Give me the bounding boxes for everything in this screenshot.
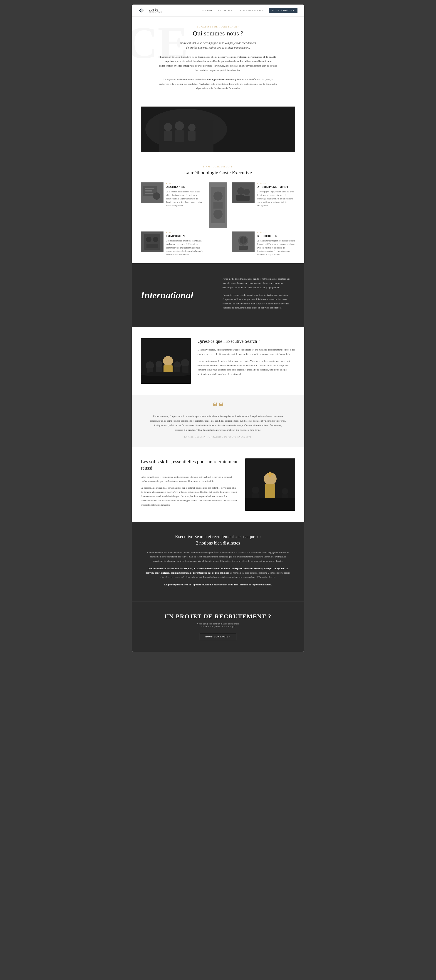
hero-section: CE LE CABINET DE RECRUTEMENT Qui sommes-…: [132, 17, 304, 102]
executive-search-title: Qu'est-ce que l'Executive Search ?: [197, 338, 295, 344]
svg-rect-29: [146, 244, 158, 248]
steps-center: [208, 182, 228, 228]
distinction-section: Executive Search et recrutement « classi…: [132, 522, 304, 601]
hero-label: LE CABINET DE RECRUTEMENT: [150, 25, 286, 28]
svg-rect-14: [145, 192, 153, 194]
cta-button[interactable]: NOUS CONTACTER: [200, 633, 236, 640]
svg-point-3: [164, 123, 172, 131]
logo: coste executive: [138, 7, 162, 14]
soft-skills-title: Les softs skills, essentielles pour un r…: [141, 458, 239, 471]
step4-text: J'accompagne l'équipe et du candidat ave…: [257, 190, 295, 207]
quote-author: KARINE GESLAIN, FONDATRICE DE COSTE EXEC…: [150, 436, 286, 438]
step1-number: ÉTAPE 1: [166, 182, 204, 185]
executive-search-content: Qu'est-ce que l'Executive Search ? L'exe…: [197, 338, 295, 379]
nav-links: ACCUEIL LE CABINET L'EXECUTIVE SEARCH NO…: [202, 8, 298, 13]
logo-text: coste executive: [149, 8, 162, 13]
step1-text: Je la connais de la fiche de poste et de…: [166, 190, 204, 207]
nav-executive[interactable]: L'EXECUTIVE SEARCH: [238, 9, 263, 11]
svg-rect-19: [213, 202, 223, 208]
cta-subtitle: Notre équipe se fera un plaisir de répon…: [141, 622, 295, 628]
executive-search-image: [141, 338, 191, 384]
svg-rect-4: [164, 131, 172, 141]
international-left: International: [141, 290, 213, 301]
methodology-section: L'APPROCHE DIRECTE La méthodologie Coste…: [132, 156, 304, 263]
step4-number: ÉTAPE 4: [257, 182, 295, 185]
team-image-container: Notre équipe Le cabinet Coste Executive …: [141, 107, 295, 152]
cta-title: UN PROJET DE RECRUTEMENT ?: [141, 613, 295, 620]
svg-rect-50: [265, 484, 275, 500]
svg-point-17: [213, 191, 223, 200]
svg-rect-12: [145, 188, 154, 189]
nav-cabinet[interactable]: LE CABINET: [218, 9, 232, 11]
step-assurance: ÉTAPE 1 ASSURANCE Je la connais de la fi…: [141, 182, 204, 228]
svg-point-18: [213, 210, 223, 219]
svg-rect-33: [239, 245, 248, 250]
quote-text: En recrutement, l'importance du « match …: [150, 414, 286, 432]
methodology-label: L'APPROCHE DIRECTE: [141, 165, 295, 168]
step1-title: ASSURANCE: [166, 185, 204, 189]
navbar: coste executive ACCUEIL LE CABINET L'EXE…: [132, 5, 304, 17]
step2-number: ÉTAPE 2: [166, 231, 204, 234]
soft-skills-section: Les softs skills, essentielles pour un r…: [132, 447, 304, 522]
hero-text2: Notre processus de recrutement est basé …: [159, 77, 277, 91]
quote-mark: ❝❝: [150, 404, 286, 410]
svg-rect-57: [245, 498, 295, 511]
svg-point-21: [237, 188, 245, 195]
cta-section: UN PROJET DE RECRUTEMENT ? Notre équipe …: [132, 601, 304, 652]
step3-text: Je candidate techniquement mais je cherc…: [257, 239, 295, 256]
distinction-text2: Contrairement au recrutement « classique…: [145, 566, 291, 579]
executive-search-text1: L'executive search, ou recrutement par a…: [197, 348, 295, 356]
svg-point-27: [146, 237, 151, 242]
international-text1: Notre méthode de travail, notre agilité …: [223, 277, 295, 290]
step3-title: RECHERCHE: [257, 234, 295, 238]
svg-rect-24: [243, 196, 250, 200]
step-recherche: ÉTAPE 3 RECHERCHE Je candidate technique…: [232, 231, 295, 256]
svg-point-28: [153, 237, 158, 242]
soft-skills-text1: Si les compétences et l'expérience sont …: [141, 475, 239, 484]
soft-skills-text2: La personnalité du candidat sera examiné…: [141, 486, 239, 507]
soft-skills-content: Les softs skills, essentielles pour un r…: [141, 458, 239, 509]
hero-text1: La mission de Coste Executive est de fou…: [159, 55, 277, 73]
svg-rect-13: [145, 190, 152, 191]
nav-accueil[interactable]: ACCUEIL: [202, 9, 213, 11]
svg-point-47: [141, 372, 191, 376]
executive-search-section: Qu'est-ce que l'Executive Search ? L'exe…: [132, 327, 304, 395]
step2-text: J'entre les équipes, entretiens individu…: [166, 239, 204, 256]
distinction-text1: Le recrutement Executive Search est souv…: [145, 550, 291, 563]
executive-search-text2: L'écoute est au cœur de notre relation a…: [197, 359, 295, 376]
step-accompagnement: ÉTAPE 4 ACCOMPAGNEMENT J'accompagne l'éq…: [232, 182, 295, 228]
international-text2: Nous intervenons régulièrement pour des …: [223, 293, 295, 310]
svg-point-7: [188, 124, 196, 131]
svg-rect-8: [188, 131, 196, 141]
international-right: Notre méthode de travail, notre agilité …: [223, 277, 295, 313]
steps-grid: ÉTAPE 1 ASSURANCE Je la connais de la fi…: [141, 182, 295, 256]
international-title: International: [141, 290, 213, 301]
distinction-text3: La grande particularité de l'approche Ex…: [145, 583, 291, 587]
step4-title: ACCOMPAGNEMENT: [257, 185, 295, 189]
steps-center-bottom: [208, 231, 228, 256]
hero-subtitle: Notre cabinet vous accompagne dans vos p…: [150, 41, 286, 50]
step3-number: ÉTAPE 3: [257, 231, 295, 234]
quote-section: ❝❝ En recrutement, l'importance du « mat…: [132, 395, 304, 447]
soft-skills-image: [245, 458, 295, 511]
svg-point-55: [282, 488, 288, 495]
svg-point-40: [163, 356, 173, 366]
nav-cta-button[interactable]: NOUS CONTACTER: [269, 8, 298, 13]
svg-rect-52: [267, 473, 273, 475]
step-immersion: ÉTAPE 2 IMMERSION J'entre les équipes, e…: [141, 231, 204, 256]
methodology-title: La méthodologie Coste Executive: [141, 170, 295, 176]
logo-icon: [138, 7, 145, 14]
svg-point-5: [175, 121, 184, 130]
distinction-title: Executive Search et recrutement « classi…: [145, 533, 291, 546]
hero-title: Qui sommes-nous ?: [150, 30, 286, 37]
svg-point-22: [243, 189, 250, 195]
svg-rect-6: [175, 130, 184, 142]
svg-point-11: [153, 192, 160, 200]
international-section: International Notre méthode de travail, …: [132, 263, 304, 327]
step2-title: IMMERSION: [166, 234, 204, 238]
svg-point-53: [252, 487, 259, 494]
